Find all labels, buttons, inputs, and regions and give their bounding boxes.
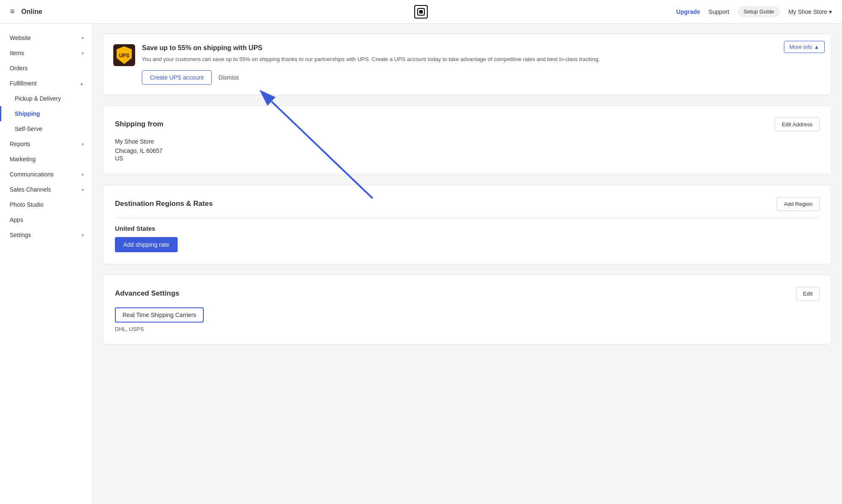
sidebar-label-sales-channels: Sales Channels	[10, 186, 51, 193]
sidebar: Website ▾ Items ▾ Orders Fulfillment ▲ P…	[0, 24, 93, 504]
sidebar-item-marketing[interactable]: Marketing	[0, 152, 92, 167]
svg-rect-1	[419, 10, 423, 13]
support-link[interactable]: Support	[709, 8, 729, 15]
sidebar-label-orders: Orders	[10, 65, 28, 72]
chevron-up-icon: ▲	[80, 81, 84, 86]
top-nav: ≡ Online Upgrade Support Setup Guide My …	[0, 0, 842, 24]
sidebar-label-photo-studio: Photo Studio	[10, 201, 43, 208]
destination-rates-section: Destination Regions & Rates Add Region U…	[103, 185, 832, 264]
advanced-settings-title: Advanced Settings	[115, 289, 179, 298]
chevron-down-icon: ▾	[82, 187, 84, 192]
sidebar-label-self-serve: Self-Serve	[15, 125, 42, 132]
edit-address-button[interactable]: Edit Address	[775, 117, 820, 131]
shipping-from-header: Shipping from Edit Address	[115, 117, 820, 131]
sidebar-item-communications[interactable]: Communications ▾	[0, 167, 92, 182]
chevron-down-icon: ▾	[82, 36, 84, 40]
store-name-address: My Shoe Store	[115, 138, 820, 145]
sidebar-item-settings[interactable]: Settings ▾	[0, 227, 92, 243]
ups-banner-description: You and your customers can save up to 55…	[142, 55, 821, 64]
sidebar-label-items: Items	[10, 50, 24, 56]
advanced-settings-header: Advanced Settings Edit	[115, 287, 820, 301]
sidebar-item-website[interactable]: Website ▾	[0, 30, 92, 45]
square-logo	[414, 5, 428, 19]
dismiss-button[interactable]: Dismiss	[218, 74, 239, 81]
sidebar-label-reports: Reports	[10, 141, 30, 147]
main-content: UPS Save up to 55% on shipping with UPS …	[93, 24, 842, 504]
advanced-settings-edit-button[interactable]: Edit	[796, 287, 820, 301]
store-menu[interactable]: My Shoe Store ▾	[788, 8, 832, 15]
add-region-button[interactable]: Add Region	[777, 197, 820, 211]
sidebar-item-pickup-delivery[interactable]: Pickup & Delivery	[0, 91, 92, 106]
sidebar-item-fulfillment[interactable]: Fulfillment ▲	[0, 76, 92, 91]
setup-guide-button[interactable]: Setup Guide	[738, 6, 780, 17]
app-name: Online	[21, 8, 43, 16]
ups-banner: UPS Save up to 55% on shipping with UPS …	[103, 34, 832, 95]
sidebar-label-pickup-delivery: Pickup & Delivery	[15, 95, 61, 102]
sidebar-label-communications: Communications	[10, 171, 53, 178]
address-line-1: Chicago, IL 60657	[115, 147, 820, 154]
sidebar-item-items[interactable]: Items ▾	[0, 45, 92, 61]
real-time-shipping-carriers-tag: Real Time Shipping Carriers	[115, 307, 204, 323]
svg-text:UPS: UPS	[119, 53, 130, 59]
sidebar-item-apps[interactable]: Apps	[0, 212, 92, 227]
sidebar-item-orders[interactable]: Orders	[0, 61, 92, 76]
top-nav-center	[414, 5, 428, 19]
add-shipping-rate-button[interactable]: Add shipping rate	[115, 237, 178, 252]
sidebar-label-fulfillment: Fulfillment	[10, 80, 37, 87]
address-line-2: US	[115, 155, 820, 162]
store-name: My Shoe Store	[788, 8, 827, 15]
top-nav-right: Upgrade Support Setup Guide My Shoe Stor…	[676, 6, 832, 17]
more-info-button[interactable]: More info ▲	[784, 41, 825, 53]
ups-banner-title: Save up to 55% on shipping with UPS	[142, 44, 821, 52]
divider	[115, 218, 820, 218]
advanced-settings-section: Advanced Settings Edit Real Time Shippin…	[103, 275, 832, 344]
sidebar-label-website: Website	[10, 35, 31, 41]
region-label: United States	[115, 225, 820, 232]
ups-logo: UPS	[113, 44, 135, 66]
more-info-label: More info	[789, 44, 812, 50]
sidebar-item-sales-channels[interactable]: Sales Channels ▾	[0, 182, 92, 197]
shipping-from-section: Shipping from Edit Address My Shoe Store…	[103, 105, 832, 175]
sidebar-item-photo-studio[interactable]: Photo Studio	[0, 197, 92, 212]
sidebar-label-marketing: Marketing	[10, 156, 35, 163]
store-chevron-icon: ▾	[829, 8, 832, 15]
destination-rates-header: Destination Regions & Rates Add Region	[115, 197, 820, 211]
chevron-down-icon: ▾	[82, 51, 84, 56]
sidebar-item-reports[interactable]: Reports ▾	[0, 136, 92, 152]
sidebar-label-settings: Settings	[10, 232, 31, 238]
sidebar-item-self-serve[interactable]: Self-Serve	[0, 121, 92, 136]
chevron-up-icon: ▲	[814, 44, 819, 50]
ups-banner-actions: Create UPS account Dismiss	[142, 70, 821, 85]
hamburger-menu[interactable]: ≡	[10, 7, 15, 16]
layout: Website ▾ Items ▾ Orders Fulfillment ▲ P…	[0, 0, 842, 504]
chevron-down-icon: ▾	[82, 142, 84, 147]
upgrade-link[interactable]: Upgrade	[676, 8, 700, 15]
carrier-sub-label: DHL, USPS	[115, 326, 820, 332]
shipping-from-title: Shipping from	[115, 120, 163, 128]
ups-content: Save up to 55% on shipping with UPS You …	[142, 44, 821, 85]
sidebar-label-apps: Apps	[10, 216, 23, 223]
destination-rates-title: Destination Regions & Rates	[115, 200, 213, 208]
create-ups-account-button[interactable]: Create UPS account	[142, 70, 212, 85]
sidebar-label-shipping: Shipping	[15, 110, 40, 117]
chevron-down-icon: ▾	[82, 233, 84, 237]
sidebar-item-shipping[interactable]: Shipping	[0, 106, 92, 121]
chevron-down-icon: ▾	[82, 172, 84, 177]
top-nav-left: ≡ Online	[10, 7, 42, 16]
